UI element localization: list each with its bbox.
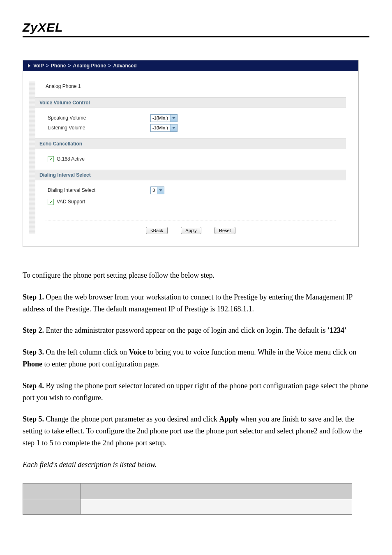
apply-button[interactable]: Apply (181, 227, 201, 234)
chevron-down-icon[interactable] (157, 187, 164, 194)
select-value: -1(Min.) (151, 115, 170, 122)
back-button[interactable]: <Back (146, 227, 168, 234)
crumb-item[interactable]: Phone (51, 63, 66, 69)
button-row: <Back Apply Reset (46, 221, 336, 234)
speaking-volume-select[interactable]: -1(Min.) (150, 114, 178, 122)
crumb-item[interactable]: Advanced (113, 63, 136, 69)
speaking-volume-label: Speaking Volume (48, 115, 150, 121)
step-2: Step 2. Enter the administrator password… (23, 325, 369, 336)
select-value: -1(Min.) (151, 124, 170, 131)
crumb-sep: > (46, 63, 49, 69)
brand-logo: ZyXEL (23, 21, 369, 36)
breadcrumb: VoIP > Phone > Analog Phone > Advanced (23, 60, 358, 71)
step-5: Step 5. Change the phone port parameter … (23, 413, 369, 449)
step-4: Step 4. By using the phone port selector… (23, 380, 369, 404)
g168-label: G.168 Active (57, 156, 85, 162)
chevron-down-icon[interactable] (170, 115, 177, 122)
breadcrumb-icon (27, 64, 31, 68)
listening-volume-select[interactable]: -1(Min.) (150, 124, 178, 132)
vad-label: VAD Support (57, 199, 85, 205)
chevron-down-icon[interactable] (170, 124, 177, 131)
checkbox-icon (48, 199, 54, 205)
table-row (23, 483, 352, 499)
footnote-text: Each field's detail description is liste… (23, 459, 369, 471)
document-body: To configure the phone port setting plea… (23, 269, 369, 515)
description-table (23, 483, 352, 515)
section-dialing-header: Dialing Interval Select (35, 170, 346, 180)
reset-button[interactable]: Reset (214, 227, 235, 234)
step-1: Step 1. Open the web browser from your w… (23, 291, 369, 315)
dialing-interval-select[interactable]: 3 (150, 187, 164, 194)
crumb-item[interactable]: VoIP (33, 63, 44, 69)
intro-text: To configure the phone port setting plea… (23, 269, 369, 281)
vad-checkbox[interactable]: VAD Support (48, 199, 85, 205)
dialing-interval-label: Dialing Interval Select (48, 187, 150, 193)
crumb-sep: > (68, 63, 71, 69)
listening-volume-label: Listening Volume (48, 125, 150, 131)
section-echo-header: Echo Cancellation (35, 138, 346, 149)
crumb-item[interactable]: Analog Phone (73, 63, 106, 69)
g168-checkbox[interactable]: G.168 Active (48, 156, 85, 162)
table-row (23, 499, 352, 514)
crumb-sep: > (108, 63, 111, 69)
step-3: Step 3. On the left column click on Voic… (23, 346, 369, 370)
select-value: 3 (151, 187, 157, 194)
section-voice-header: Voice Volume Control (35, 97, 346, 108)
checkbox-icon (48, 156, 54, 162)
brand-rule (23, 36, 369, 37)
panel-title: Analog Phone 1 (35, 81, 346, 97)
config-screenshot: VoIP > Phone > Analog Phone > Advanced A… (23, 60, 359, 247)
